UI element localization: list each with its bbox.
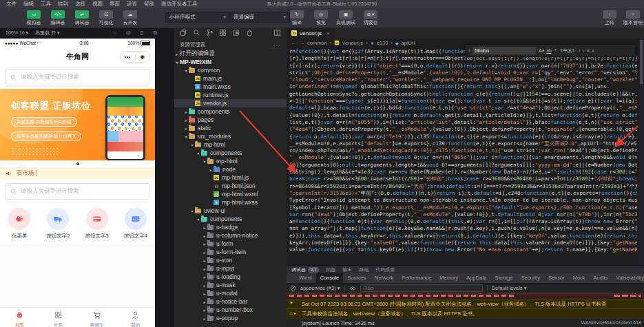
tree-item-u-mask[interactable]: ▸u-mask bbox=[174, 281, 287, 289]
devtools-tab-appdata[interactable]: AppData bbox=[462, 273, 490, 283]
toolbar-button-上传[interactable]: ↑上传 bbox=[601, 9, 619, 26]
devtools-tab-security[interactable]: Security bbox=[517, 273, 544, 283]
devtools-tab-console[interactable]: Console bbox=[316, 273, 344, 283]
log-levels-select[interactable]: Default levels ▾ bbox=[492, 285, 527, 291]
code-content[interactable]: r=function(){var e={};if(Array.isArray(t… bbox=[289, 48, 637, 265]
toolbar-button-版本管理[interactable]: ⑂版本管理 bbox=[623, 9, 643, 26]
menu-item-界面[interactable]: 界面 bbox=[106, 1, 123, 8]
breadcrumb-folder[interactable]: common bbox=[307, 40, 327, 46]
toolbar-button-预览[interactable]: ◎预览 bbox=[312, 9, 330, 26]
devtools-tab-network[interactable]: Network bbox=[371, 273, 398, 283]
tree-item-vendor.js[interactable]: JSvendor.js bbox=[174, 99, 287, 107]
simulator-tool-icon[interactable]: ▯ bbox=[141, 30, 143, 36]
tab-home[interactable]: 首页 bbox=[0, 308, 39, 327]
tab-debugger[interactable]: 调试器 2,7 bbox=[291, 266, 319, 273]
tree-item-u-icon[interactable]: ▸u-icon bbox=[174, 256, 287, 264]
back-icon[interactable]: ← bbox=[291, 40, 296, 46]
tab-category[interactable]: 分类 bbox=[39, 308, 77, 327]
project-root[interactable]: ▾MP-WEIXIN bbox=[174, 58, 287, 66]
menu-item-设置[interactable]: 设置 bbox=[123, 1, 141, 8]
quick-action-coupon[interactable]: 优惠券 bbox=[0, 208, 39, 240]
tree-item-u-number-box[interactable]: ▸u-number-box bbox=[174, 306, 287, 314]
devtools-tab-memory[interactable]: Memory bbox=[435, 273, 462, 283]
find-input[interactable] bbox=[472, 46, 537, 55]
tree-item-pages[interactable]: ▸pages bbox=[174, 116, 287, 124]
preview-icon[interactable] bbox=[232, 28, 240, 39]
tree-item-mp-html.wxml[interactable]: <>mp-html.wxml bbox=[174, 190, 287, 198]
tree-item-components[interactable]: ▸components bbox=[174, 107, 287, 116]
close-icon[interactable]: × bbox=[592, 48, 594, 53]
tree-item-u-modal[interactable]: ▸u-modal bbox=[174, 289, 287, 297]
branch-icon[interactable] bbox=[206, 28, 214, 39]
menu-item-微信开发者工具[interactable]: 微信开发者工具 bbox=[158, 1, 201, 8]
quick-action-2[interactable]: 按钮文字2 bbox=[39, 208, 77, 240]
files-icon[interactable] bbox=[180, 28, 187, 39]
simulator-tool-icon[interactable]: ◎ bbox=[126, 30, 131, 36]
simulator-tool-icon[interactable]: ⧉ bbox=[153, 30, 157, 36]
panel-tab-问题[interactable]: 问题 bbox=[326, 266, 335, 273]
toolbar-button-可视化[interactable]: ☷可视化 bbox=[97, 9, 115, 26]
tree-item-components[interactable]: ▾components bbox=[174, 215, 287, 223]
panel-tab-输出[interactable]: 输出 bbox=[342, 266, 352, 273]
devtools-tab-sources[interactable]: Sources bbox=[343, 273, 371, 283]
split-editor-icon[interactable] bbox=[273, 28, 281, 39]
tree-item-u-notice-bar[interactable]: ▸u-notice-bar bbox=[174, 297, 287, 306]
search-icon[interactable] bbox=[193, 28, 200, 39]
next-match-icon[interactable]: ↓ bbox=[583, 48, 585, 53]
tree-item-node[interactable]: ▸node bbox=[174, 165, 287, 173]
close-circle-icon[interactable]: ◉ bbox=[136, 54, 150, 60]
console-source-link[interactable]: WAServiceMainContext.618 bbox=[581, 320, 641, 325]
devtools-tab-mock[interactable]: Mock bbox=[569, 273, 590, 283]
quick-action-4[interactable]: </> 按钮文字4 bbox=[116, 208, 155, 240]
tree-item-uni_modules[interactable]: ▾uni_modules bbox=[174, 132, 287, 140]
clear-console-icon[interactable] bbox=[290, 285, 296, 291]
menu-item-帮助[interactable]: 帮助 bbox=[141, 1, 158, 8]
tree-item-common[interactable]: ▾common bbox=[174, 66, 287, 74]
tree-item-u-popup[interactable]: ▸u-popup bbox=[174, 314, 287, 322]
notice-bar[interactable]: 石市场 | bbox=[0, 167, 155, 180]
tree-item-u-form-item[interactable]: ▸u-form-item bbox=[174, 248, 287, 256]
simulator-tool-icon[interactable]: ○ bbox=[113, 30, 116, 36]
tree-item-main.wxss[interactable]: Smain.wxss bbox=[174, 83, 287, 91]
tree-item-u-column-notice[interactable]: ▸u-column-notice bbox=[174, 231, 287, 240]
tree-item-u-form[interactable]: ▸u-form bbox=[174, 240, 287, 248]
menu-item-选择[interactable]: 选择 bbox=[72, 1, 89, 8]
menu-item-编辑[interactable]: 编辑 bbox=[20, 1, 37, 8]
tree-item-mp-html[interactable]: ▾mp-html bbox=[174, 140, 287, 149]
mode-select[interactable]: 小程序模式▾ bbox=[165, 12, 230, 23]
quick-action-3[interactable]: 按钮文字3 bbox=[78, 208, 116, 240]
editor-tab-vendorjs[interactable]: JS vendor.js × bbox=[287, 28, 335, 39]
tab-cart[interactable]: 购物车 bbox=[78, 308, 116, 327]
menu-item-转到[interactable]: 转到 bbox=[54, 1, 72, 8]
toolbar-button-真机调试[interactable]: ▣真机调试 bbox=[336, 9, 355, 26]
prev-match-icon[interactable]: ↑ bbox=[579, 48, 581, 53]
wechat-capsule[interactable]: ••• ◉ bbox=[120, 51, 150, 63]
panel-tab-代码质量[interactable]: 代码质量 bbox=[375, 266, 395, 273]
devtools-tab-storage[interactable]: Storage bbox=[491, 273, 517, 283]
tree-item-runtime.js[interactable]: JSruntime.js bbox=[174, 91, 287, 99]
find-expand-icon[interactable]: › bbox=[468, 48, 470, 53]
search-input[interactable]: 请输入关键字进行搜索 bbox=[6, 69, 149, 85]
toolbar-button-模拟器[interactable]: ▭模拟器 bbox=[25, 9, 43, 26]
tree-item-main.js[interactable]: JSmain.js bbox=[174, 74, 287, 83]
console-row[interactable]: ⚠ ▸工具未校验合法域名、web-view（业务域名）、TLS 版本以及 HTT… bbox=[287, 308, 644, 318]
toolbar-button-云开发[interactable]: ☁云开发 bbox=[121, 9, 139, 26]
menu-item-视图[interactable]: 视图 bbox=[89, 1, 106, 8]
breadcrumb-symbol[interactable]: c139 bbox=[377, 40, 388, 46]
breadcrumb-property[interactable]: apiUrl bbox=[402, 40, 415, 46]
tree-item-uview-ui[interactable]: ▾uview-ui bbox=[174, 207, 287, 215]
tree-item-static[interactable]: ▸static bbox=[174, 124, 287, 132]
warning-icon[interactable]: ⚠ ▸ bbox=[289, 310, 299, 315]
devtools-tab-wxml[interactable]: Wxml bbox=[295, 273, 316, 283]
tree-item-u-loading[interactable]: ▸u-loading bbox=[174, 273, 287, 281]
regex-icon[interactable]: .* bbox=[554, 48, 557, 53]
breadcrumb-file[interactable]: vendor.js bbox=[342, 40, 363, 46]
devtools-tab-vulnerability[interactable]: Vulnerability bbox=[612, 273, 644, 283]
editor-scrollbar[interactable] bbox=[639, 39, 644, 265]
devtools-tab-performance[interactable]: Performance bbox=[397, 273, 435, 283]
console-context-select[interactable]: appservice (#3) ▾ bbox=[300, 285, 340, 291]
console-filter-input[interactable] bbox=[360, 284, 483, 292]
devtools-tab-sensor[interactable]: Sensor bbox=[544, 273, 569, 283]
tree-item-mp-html.js[interactable]: JSmp-html.js bbox=[174, 173, 287, 182]
whole-word-icon[interactable]: ab bbox=[546, 48, 551, 53]
